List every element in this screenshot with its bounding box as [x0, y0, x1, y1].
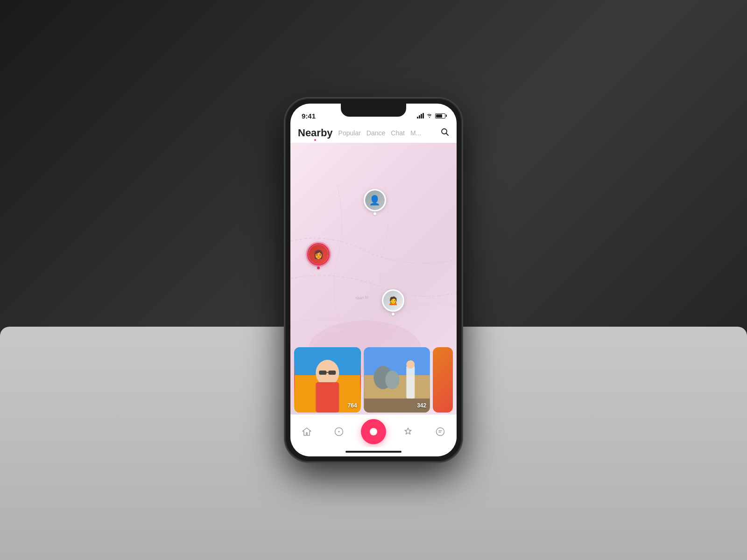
svg-line-1 — [446, 133, 449, 135]
tab-chat[interactable]: Chat — [391, 129, 405, 137]
battery-icon — [435, 113, 445, 119]
search-icon[interactable] — [441, 128, 449, 139]
svg-rect-8 — [319, 371, 326, 375]
star-icon — [403, 427, 413, 437]
map-area: Main St 👤 — [290, 143, 457, 414]
signal-icon — [417, 113, 424, 119]
svg-rect-7 — [316, 382, 339, 413]
record-icon — [368, 426, 379, 437]
compass-icon — [334, 427, 344, 437]
status-icons — [417, 112, 445, 119]
home-bar — [345, 451, 402, 453]
tab-more[interactable]: M... — [410, 129, 421, 137]
photo-count-1: 764 — [348, 402, 357, 409]
svg-rect-11 — [364, 347, 430, 375]
phone-screen: 9:41 — [290, 104, 457, 456]
photo-card-1[interactable]: 764 — [294, 347, 361, 413]
home-indicator — [290, 447, 457, 456]
phone-frame: 9:41 — [285, 98, 462, 462]
tab-nearby[interactable]: Nearby — [298, 127, 333, 139]
photo-strip: 764 — [290, 343, 457, 414]
tab-dance[interactable]: Dance — [366, 129, 385, 137]
home-icon — [302, 427, 312, 437]
nav-favorites[interactable] — [397, 425, 419, 439]
phone-notch — [341, 104, 406, 117]
svg-point-21 — [371, 429, 376, 434]
user-pin-3[interactable]: 🙍 — [382, 289, 404, 315]
svg-point-22 — [437, 427, 444, 435]
photo-count-2: 342 — [417, 402, 426, 409]
user-pin-2[interactable]: 👩 — [307, 243, 330, 269]
nav-compass[interactable] — [328, 425, 350, 439]
nav-home[interactable] — [296, 425, 317, 439]
svg-point-15 — [385, 371, 399, 389]
chat-icon — [435, 427, 445, 437]
nav-tabs: Nearby Popular Dance Chat M... — [290, 124, 457, 143]
svg-point-17 — [406, 360, 415, 369]
bottom-nav — [290, 414, 457, 447]
tab-popular[interactable]: Popular — [338, 129, 361, 137]
svg-text:Main St: Main St — [355, 295, 369, 301]
svg-point-19 — [338, 431, 340, 432]
status-time: 9:41 — [302, 112, 316, 120]
user-pin-1[interactable]: 👤 — [364, 189, 386, 215]
wifi-icon — [426, 112, 433, 119]
svg-rect-16 — [406, 366, 415, 399]
nav-messages[interactable] — [430, 425, 451, 439]
photo-card-2[interactable]: 342 — [364, 347, 430, 413]
phone-wrapper: 9:41 — [285, 98, 462, 462]
svg-rect-9 — [328, 371, 336, 375]
photo-card-3[interactable] — [433, 347, 453, 413]
avatar-3: 🙍 — [382, 289, 404, 312]
nav-record[interactable] — [361, 419, 386, 444]
avatar-1: 👤 — [364, 189, 386, 211]
